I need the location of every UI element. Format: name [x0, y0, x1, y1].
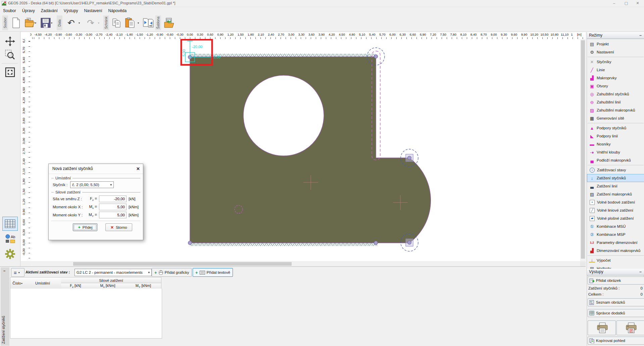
new-file-button[interactable] — [10, 16, 22, 30]
redo-button[interactable]: ↷ — [85, 16, 97, 30]
add-graphically-button[interactable]: + Přidat graficky — [152, 268, 192, 277]
sidebar-item-load-cases[interactable]: ↓Zatěžovací stavy — [587, 166, 644, 174]
fz-unit: [kN] — [129, 197, 135, 201]
menu-item-zadavani[interactable]: Zadávání — [38, 7, 61, 14]
copy-view-button[interactable]: Kopírovat pohled — [588, 337, 644, 345]
sidebar-item-joint-supports[interactable]: ▲Podpory styčníků — [587, 124, 644, 132]
my-unit: [kNm] — [129, 213, 139, 217]
ruler-label: 2,70 — [21, 149, 29, 154]
ruler-label: 4,50 — [21, 88, 29, 93]
panel-side-tab[interactable]: – Zatížení styčníků — [1, 267, 9, 346]
undo-dropdown-caret[interactable]: ▾ — [79, 21, 82, 26]
paste-dropdown-caret[interactable]: ▾ — [138, 21, 141, 26]
table-view-button[interactable] — [2, 217, 18, 231]
collapse-outputs-icon[interactable]: – — [639, 269, 642, 275]
horizontal-scrollbar-thumb[interactable] — [73, 262, 292, 266]
menu-item-vystupy[interactable]: Výstupy — [61, 7, 81, 14]
joint-select[interactable]: č. 2 (0,00; 5,50) ▾ — [70, 181, 114, 188]
close-button[interactable]: ✕ — [633, 0, 643, 6]
horizontal-scrollbar[interactable] — [30, 261, 580, 266]
print-picture-button[interactable] — [616, 320, 644, 335]
sidebar-item-free-area-load[interactable]: ▰Volné plošné zatížení — [587, 214, 644, 222]
load-table-body[interactable] — [10, 289, 162, 339]
pan-view-button[interactable] — [2, 34, 18, 48]
column-header-number[interactable]: Číslo▴ — [10, 277, 25, 289]
sidebar-item-hinges[interactable]: -●Vnitřní klouby — [587, 148, 644, 156]
maximize-button[interactable]: ▢ — [621, 0, 631, 6]
sidebar-item-macro-loads[interactable]: ▨Zatížení makroprvků — [587, 190, 644, 198]
vertical-scrollbar-thumb[interactable] — [581, 40, 585, 259]
picture-list-button[interactable]: Seznam obrázků — [588, 298, 644, 306]
my-input[interactable] — [99, 212, 127, 218]
sidebar-item-label: Styčníky — [597, 60, 611, 64]
plus-icon: + — [78, 225, 81, 230]
drawing-settings-button[interactable]: Ab — [2, 232, 18, 246]
redo-dropdown-caret[interactable]: ▾ — [98, 21, 101, 26]
sidebar-item-design-macro[interactable]: ▟Dimenzování makroprvků — [587, 247, 644, 255]
sidebar-item-refine-joints[interactable]: ◎Zahuštění styčníků — [587, 90, 644, 98]
print-document-button[interactable] — [588, 320, 616, 335]
ruler-label: -0,30 — [21, 250, 29, 256]
undo-button[interactable]: ↶ — [65, 16, 77, 30]
sidebar-item-joints[interactable]: ✕Styčníky — [587, 58, 644, 66]
fit-icon — [5, 67, 15, 77]
joint-loads-icon: ↓ — [589, 176, 595, 181]
program-settings-button[interactable] — [2, 247, 18, 261]
sidebar-item-label: Dimenzování makroprvků — [597, 249, 640, 253]
open-file-dropdown-caret[interactable]: ▾ — [35, 21, 38, 26]
menu-item-napoveda[interactable]: Nápověda — [105, 7, 130, 14]
active-load-case-select[interactable]: G2 LC 2 - permanent - macroelements ▾ — [75, 269, 152, 276]
sidebar-item-lines[interactable]: ╱Linie — [587, 66, 644, 74]
sidebar-item-gear[interactable]: ⚙Nastavení — [587, 48, 644, 56]
vertical-scrollbar[interactable] — [580, 39, 586, 261]
collapse-modes-icon[interactable]: – — [639, 32, 642, 38]
sidebar-item-refine-macro[interactable]: ▨Zahuštění makroprvků — [587, 106, 644, 114]
sidebar-item-design-params[interactable]: 1,2Parametry dimenzování — [587, 239, 644, 247]
add-button[interactable]: + Přidej — [73, 223, 97, 231]
slab-macroelement[interactable] — [190, 57, 431, 243]
mx-input[interactable] — [99, 204, 127, 210]
menu-item-upravy[interactable]: Úpravy — [19, 7, 38, 14]
sidebar-item-free-line-load[interactable]: ╱Volné liniové zatížení — [587, 206, 644, 214]
add-picture-button[interactable]: Přidat obrázek — [588, 276, 644, 285]
sidebar-item-beams[interactable]: ▬Nosníky — [587, 140, 644, 148]
column-header-location[interactable]: Umístění — [24, 277, 61, 289]
sidebar-item-line-supports[interactable]: ◣Podpory linií — [587, 132, 644, 140]
menu-bar: SouborÚpravyZadáváníVýstupyNastaveníNápo… — [0, 7, 644, 15]
zoom-selection-button[interactable] — [2, 48, 18, 62]
sidebar-item-document[interactable]: ▤Projekt — [587, 40, 644, 48]
sidebar-item-combo-uls[interactable]: ①Kombinace MSÚ — [587, 222, 644, 230]
save-dropdown-caret[interactable]: ▾ — [51, 21, 54, 26]
sidebar-item-analysis[interactable]: ↓Výpočet — [587, 256, 644, 264]
paste-button[interactable] — [124, 16, 136, 30]
sidebar-item-free-point-load[interactable]: ▪Volné bodové zatížení — [587, 198, 644, 206]
group-force: Silové zatížení — [51, 190, 140, 194]
close-icon[interactable]: ✕ — [136, 164, 140, 174]
dialog-title-bar[interactable]: Nová zatížení styčníků ✕ — [49, 164, 143, 174]
minimize-button[interactable]: – — [609, 0, 619, 6]
fit-view-button[interactable] — [2, 65, 18, 79]
save-button[interactable] — [40, 16, 52, 30]
addons-manager-button[interactable]: Správce dodatků — [588, 309, 644, 317]
panel-collapse-icon[interactable]: – — [3, 269, 5, 273]
open-file-button[interactable] — [23, 16, 35, 30]
picture-folder-button[interactable] — [163, 16, 175, 30]
sidebar-item-line-loads[interactable]: ▃Zatížení linií — [587, 182, 644, 190]
add-textually-button[interactable]: + Přidat textově — [193, 268, 233, 277]
compare-documents-button[interactable] — [142, 16, 154, 30]
menu-item-soubor[interactable]: Soubor — [0, 7, 19, 14]
fz-input[interactable] — [99, 196, 127, 202]
cancel-button[interactable]: ✕ Storno — [105, 223, 132, 231]
sidebar-item-label: Nosníky — [597, 142, 611, 146]
sidebar-item-joint-loads[interactable]: ↓Zatížení styčníků — [587, 174, 644, 182]
menu-item-nastaveni[interactable]: Nastavení — [81, 7, 105, 14]
sidebar-item-macroelements[interactable]: ▟Makroprvky — [587, 74, 644, 82]
sidebar-item-combo-sls[interactable]: ②Kombinace MSP — [587, 230, 644, 239]
sidebar-item-subsoil[interactable]: ▄Podloží makroprvků — [587, 156, 644, 164]
copy-button[interactable] — [111, 16, 123, 30]
sidebar-item-mesh[interactable]: ▦Generování sítě — [587, 114, 644, 122]
sidebar-item-refine-lines[interactable]: ⊖Zahuštění linií — [587, 98, 644, 106]
load-case-list-button[interactable]: ≡ ▾ — [11, 268, 24, 277]
sidebar-item-openings[interactable]: ▣Otvory — [587, 82, 644, 90]
new-joint-load-dialog: Nová zatížení styčníků ✕ Umístění Styční… — [48, 164, 143, 240]
